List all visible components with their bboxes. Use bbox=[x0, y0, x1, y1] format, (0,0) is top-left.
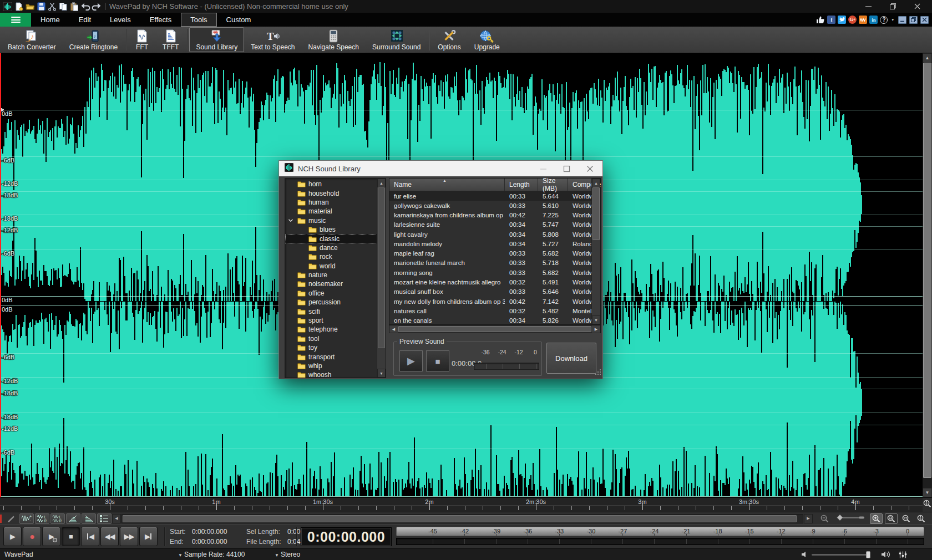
sound-library-button[interactable]: Sound Library bbox=[189, 27, 244, 52]
draw-tool-icon[interactable] bbox=[4, 513, 18, 524]
close-button[interactable] bbox=[913, 3, 921, 11]
paste-icon[interactable] bbox=[69, 2, 80, 12]
table-row[interactable]: natures call00:325.482Montel Br bbox=[389, 306, 600, 315]
table-row[interactable]: on the canals00:345.826Worldwid bbox=[389, 315, 600, 325]
scrollbar-thumb[interactable] bbox=[378, 187, 385, 348]
tree-item-scifi[interactable]: scifi bbox=[285, 307, 377, 315]
rewind-button[interactable]: ◀◀ bbox=[100, 527, 119, 546]
column-header-name[interactable]: Name▲ bbox=[389, 179, 505, 191]
stereo-mix-view-icon[interactable]: LR bbox=[50, 513, 65, 524]
envelope-fade-out-icon[interactable] bbox=[82, 513, 96, 524]
scroll-right-icon[interactable]: ▶ bbox=[592, 325, 600, 333]
tree-item-dance[interactable]: dance bbox=[285, 243, 377, 252]
redo-icon[interactable] bbox=[91, 2, 102, 12]
googleplus-icon[interactable]: G+ bbox=[848, 16, 857, 24]
tree-item-whoosh[interactable]: whoosh bbox=[285, 370, 377, 378]
tree-item-office[interactable]: office bbox=[285, 289, 377, 298]
surround-sound-button[interactable]: Surround Sound bbox=[366, 27, 427, 52]
scroll-down-icon[interactable]: ▼ bbox=[377, 369, 386, 378]
tree-item-material[interactable]: material bbox=[285, 207, 377, 216]
dialog-minimize-button[interactable] bbox=[539, 165, 547, 172]
volume-slider[interactable] bbox=[812, 554, 869, 556]
scroll-up-icon[interactable]: ▲ bbox=[377, 179, 386, 187]
tree-item-horn[interactable]: horn bbox=[285, 180, 377, 189]
timeline-ruler[interactable]: 30s1m1m:30s2m2m:30s3m3m:30s4m bbox=[0, 497, 923, 512]
nch-icon[interactable] bbox=[859, 16, 867, 24]
tree-item-transport[interactable]: transport bbox=[285, 352, 377, 361]
help-icon[interactable]: ? bbox=[880, 16, 888, 24]
table-row[interactable]: my new dolly from childrens album op 390… bbox=[389, 297, 600, 306]
text-to-speech-button[interactable]: TText to Speech bbox=[244, 27, 301, 52]
waveform-vertical-scrollbar[interactable]: ▲ ▼ bbox=[923, 53, 932, 497]
preview-stop-button[interactable]: ■ bbox=[426, 350, 449, 371]
tree-item-tool[interactable]: tool bbox=[285, 334, 377, 343]
table-row[interactable]: light cavalry00:345.808Worldwid bbox=[389, 230, 600, 239]
chevron-down-icon[interactable] bbox=[288, 218, 293, 223]
tree-item-noisemaker[interactable]: noisemaker bbox=[285, 279, 377, 288]
tree-item-whip[interactable]: whip bbox=[285, 362, 377, 370]
tree-item-classic[interactable]: classic bbox=[285, 234, 377, 243]
undo-icon[interactable] bbox=[80, 2, 91, 12]
table-row[interactable]: mandolin melody00:345.727Roland S bbox=[389, 239, 600, 248]
create-ringtone-button[interactable]: ♪Create Ringtone bbox=[63, 27, 124, 52]
tfft-button[interactable]: TFFT bbox=[156, 27, 185, 52]
column-header-compose[interactable]: Compose bbox=[568, 179, 592, 191]
minimize-button[interactable] bbox=[864, 3, 872, 11]
play-preview-button[interactable]: ▶ bbox=[42, 527, 60, 546]
play-button[interactable]: ▶ bbox=[3, 527, 22, 546]
zoom-selection-icon[interactable] bbox=[885, 513, 898, 524]
tree-item-rock[interactable]: rock bbox=[285, 252, 377, 261]
minimize-button-small[interactable] bbox=[898, 16, 906, 24]
stereo-pan-view-icon[interactable]: LR bbox=[35, 513, 49, 524]
resize-grip[interactable] bbox=[595, 368, 601, 378]
tab-edit[interactable]: Edit bbox=[69, 13, 100, 27]
maximize-button[interactable] bbox=[889, 3, 896, 11]
volume-slider-thumb[interactable] bbox=[866, 551, 870, 558]
zoom-in-icon[interactable] bbox=[870, 513, 883, 524]
tree-item-toy[interactable]: toy bbox=[285, 343, 377, 352]
tree-item-household[interactable]: household bbox=[285, 189, 377, 197]
skip-end-button[interactable]: ▶ bbox=[139, 527, 158, 546]
navigate-speech-button[interactable]: Navigate Speech bbox=[302, 27, 366, 52]
upgrade-button[interactable]: Upgrade bbox=[468, 27, 506, 52]
list-horizontal-scrollbar[interactable]: ◀ ▶ bbox=[389, 325, 601, 333]
tab-levels[interactable]: Levels bbox=[100, 13, 140, 27]
scrollbar-thumb[interactable] bbox=[398, 326, 591, 332]
scroll-down-icon[interactable]: ▼ bbox=[592, 315, 600, 324]
cut-icon[interactable] bbox=[47, 2, 58, 12]
download-button[interactable]: Download bbox=[546, 343, 596, 374]
tree-scrollbar[interactable]: ▲ ▼ bbox=[377, 179, 386, 378]
scroll-right-icon[interactable]: ▶ bbox=[804, 514, 813, 523]
fft-button[interactable]: FFT bbox=[128, 27, 156, 52]
scroll-left-icon[interactable]: ◀ bbox=[112, 514, 121, 523]
scrollbar-thumb[interactable] bbox=[923, 63, 931, 478]
zoom-out-icon[interactable] bbox=[818, 513, 831, 524]
close-button-small[interactable] bbox=[920, 16, 929, 24]
table-row[interactable]: kamarinskaya from childrens album op 390… bbox=[389, 211, 600, 220]
tree-item-percussion[interactable]: percussion bbox=[285, 298, 377, 307]
skip-start-button[interactable]: ◀ bbox=[81, 527, 99, 546]
table-row[interactable]: larlesienne suite00:345.747Worldwid bbox=[389, 220, 600, 230]
fast-forward-button[interactable]: ▶▶ bbox=[120, 527, 138, 546]
zoom-slider[interactable] bbox=[833, 513, 868, 525]
batch-converter-button[interactable]: ♪Batch Converter bbox=[1, 27, 63, 52]
tree-item-blues[interactable]: blues bbox=[285, 225, 377, 234]
main-menu-button[interactable] bbox=[0, 13, 31, 27]
like-icon[interactable] bbox=[816, 16, 825, 24]
tree-item-human[interactable]: human bbox=[285, 198, 377, 207]
scroll-down-icon[interactable]: ▼ bbox=[923, 488, 932, 497]
tree-item-sport[interactable]: sport bbox=[285, 316, 377, 325]
tree-item-nature[interactable]: nature bbox=[285, 271, 377, 279]
scroll-up-icon[interactable]: ▲ bbox=[923, 53, 932, 63]
tab-tools[interactable]: Tools bbox=[181, 13, 216, 27]
open-folder-icon[interactable] bbox=[24, 2, 36, 12]
twitter-icon[interactable] bbox=[838, 16, 846, 24]
table-row[interactable]: fur elise00:335.644Worldwid bbox=[389, 191, 600, 201]
envelope-fade-in-icon[interactable] bbox=[66, 513, 80, 524]
tree-item-music[interactable]: music bbox=[285, 216, 377, 225]
new-file-icon[interactable] bbox=[13, 2, 24, 12]
waveform-horizontal-scrollbar[interactable] bbox=[121, 514, 803, 523]
stop-button[interactable]: ■ bbox=[62, 527, 80, 546]
list-scrollbar[interactable]: ▲ ▼ bbox=[591, 179, 600, 324]
tab-home[interactable]: Home bbox=[31, 13, 69, 27]
